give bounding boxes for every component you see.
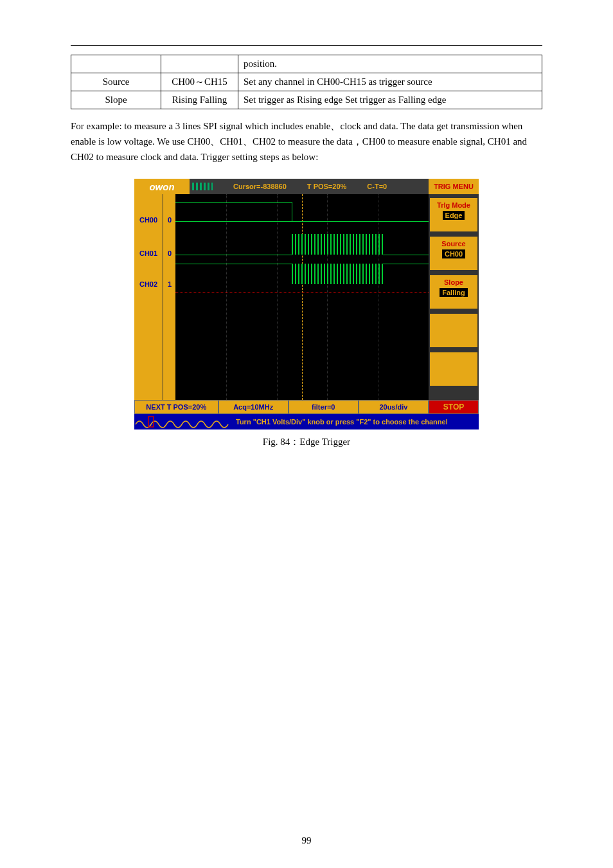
cell (71, 55, 161, 73)
oscilloscope-screenshot: owon Cursor=-838860 T POS=20% C-T=0 TRIG… (134, 179, 479, 429)
trigger-menu: Trlg Mode Edge Source CH00 Slope Falling (429, 194, 479, 400)
wave-ch01 (292, 234, 383, 255)
channel-label: CH01 (134, 249, 163, 257)
indicator-bars (192, 183, 213, 190)
status-next-tpos: NEXT T POS=20% (134, 400, 218, 414)
menu-title: Source (430, 240, 477, 248)
menu-source[interactable]: Source CH00 (430, 237, 477, 270)
menu-empty[interactable] (430, 352, 477, 386)
trig-menu-header: TRIG MENU (429, 179, 479, 194)
tpos-readout: T POS=20% (307, 183, 346, 190)
hint-bar: Turn "CH1 Volts/Div" knob or press "F2" … (134, 414, 479, 429)
channel-value: 1 (163, 280, 176, 288)
trigger-cursor (302, 194, 303, 400)
channel-value: 0 (163, 249, 176, 257)
menu-value: Edge (443, 211, 465, 220)
menu-title: Trlg Mode (430, 201, 477, 209)
top-rule (71, 45, 542, 46)
page-number: 99 (0, 835, 613, 846)
overview-wave-icon (134, 414, 231, 429)
ct-readout: C-T=0 (367, 183, 387, 190)
cell: position. (238, 55, 542, 73)
figure: owon Cursor=-838860 T POS=20% C-T=0 TRIG… (71, 179, 542, 448)
hint-text: Turn "CH1 Volts/Div" knob or press "F2" … (231, 414, 479, 429)
status-timebase: 20us/div (359, 400, 429, 414)
cell: Set trigger as Rising edge Set trigger a… (238, 91, 542, 109)
menu-value: CH00 (442, 249, 465, 258)
status-bar: NEXT T POS=20% Acq=10MHz filter=0 20us/d… (134, 400, 429, 414)
cell: Slope (71, 91, 161, 109)
menu-title: Slope (430, 278, 477, 286)
stop-indicator: STOP (429, 400, 479, 414)
menu-trig-mode[interactable]: Trlg Mode Edge (430, 198, 477, 231)
channel-label: CH00 (134, 216, 163, 224)
scope-header: owon Cursor=-838860 T POS=20% C-T=0 TRIG… (134, 179, 479, 194)
menu-slope[interactable]: Slope Falling (430, 275, 477, 309)
status-acq: Acq=10MHz (218, 400, 289, 414)
paragraph: For example: to measure a 3 lines SPI si… (71, 118, 542, 165)
scope-body: CH00 CH01 CH02 0 0 1 (134, 194, 479, 429)
settings-table: position. Source CH00～CH15 Set any chann… (71, 55, 542, 109)
cell: Rising Falling (161, 91, 238, 109)
cursor-readout: Cursor=-838860 (233, 183, 287, 190)
wave-ch00 (175, 221, 292, 222)
cell (161, 55, 238, 73)
channel-value: 0 (163, 216, 176, 224)
value-column: 0 0 1 (163, 194, 175, 400)
channel-column: CH00 CH01 CH02 (134, 194, 163, 400)
wave-ch02 (292, 264, 383, 284)
cell: Set any channel in CH00-CH15 as trigger … (238, 73, 542, 91)
cell: CH00～CH15 (161, 73, 238, 91)
table-row: Slope Rising Falling Set trigger as Risi… (71, 91, 542, 109)
cell: Source (71, 73, 161, 91)
channel-label: CH02 (134, 280, 163, 288)
menu-empty[interactable] (430, 314, 477, 347)
menu-value: Falling (440, 288, 467, 297)
table-row: position. (71, 55, 542, 73)
figure-caption: Fig. 84：Edge Trigger (71, 436, 542, 448)
baseline (175, 292, 429, 293)
waveform-area (175, 194, 429, 400)
table-row: Source CH00～CH15 Set any channel in CH00… (71, 73, 542, 91)
brand-logo: owon (134, 179, 190, 194)
status-filter: filter=0 (289, 400, 359, 414)
